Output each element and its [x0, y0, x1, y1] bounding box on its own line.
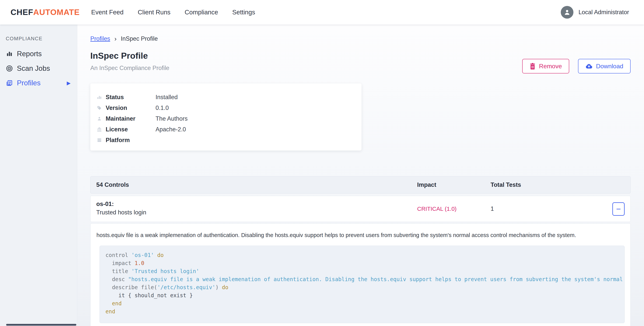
control-expanded-detail: hosts.equiv file is a weak implemenation…	[90, 224, 630, 326]
breadcrumb-separator-icon: ›	[114, 35, 116, 42]
detail-label: Version	[106, 104, 156, 112]
control-id: os-01:	[96, 200, 114, 208]
sidebar-item-reports[interactable]: Reports	[0, 46, 77, 61]
controls-table-header: 54 Controls Impact Total Tests	[90, 176, 630, 194]
controls-count-header: 54 Controls	[96, 182, 129, 188]
detail-label: Platform	[106, 137, 156, 144]
detail-label: Status	[106, 94, 156, 101]
compliance-sidebar: COMPLIANCE Reports Scan Jobs Profiles ▶	[0, 24, 77, 326]
user-avatar-icon	[561, 6, 574, 18]
detail-value: Installed	[156, 94, 178, 101]
download-button[interactable]: Download	[578, 59, 630, 74]
person-icon	[96, 116, 102, 121]
sidebar-item-label: Reports	[17, 50, 42, 58]
sidebar-item-profiles[interactable]: Profiles ▶	[0, 76, 77, 90]
code-line: end	[106, 300, 624, 308]
total-tests-column-header: Total Tests	[490, 182, 521, 188]
logo-automate-text: AUTOMATE	[33, 8, 80, 17]
sidebar-scrollbar-thumb[interactable]	[6, 324, 76, 326]
submenu-arrow-icon[interactable]: ▶	[67, 80, 70, 86]
top-navigation-bar: CHEFAUTOMATE Event Feed Client Runs Comp…	[0, 0, 644, 24]
control-impact-badge: CRITICAL (1.0)	[417, 206, 457, 212]
breadcrumb-current: InSpec Profile	[121, 35, 158, 42]
detail-label: Maintainer	[106, 115, 156, 122]
user-name: Local Administrator	[578, 9, 629, 16]
trash-icon	[530, 63, 536, 70]
code-line: control 'os-01' do	[106, 251, 624, 259]
download-button-label: Download	[596, 63, 623, 70]
code-line: describe file('/etc/hosts.equiv') do	[106, 284, 624, 292]
code-line: impact 1.0	[106, 259, 624, 267]
minus-icon: −	[616, 204, 621, 214]
control-source-code[interactable]: control 'os-01' do impact 1.0 title 'Tru…	[100, 246, 625, 323]
remove-button-label: Remove	[539, 63, 562, 70]
user-menu[interactable]: Local Administrator	[561, 6, 629, 18]
sidebar-item-label: Scan Jobs	[17, 64, 50, 72]
control-description: hosts.equiv file is a weak implemenation…	[96, 232, 630, 238]
nav-settings[interactable]: Settings	[232, 6, 256, 18]
sidebar-item-scan-jobs[interactable]: Scan Jobs	[0, 61, 77, 76]
cloud-download-icon	[585, 63, 592, 69]
control-total-tests: 1	[490, 206, 494, 212]
control-title: Trusted hosts login	[96, 209, 146, 216]
documents-icon	[6, 80, 13, 87]
detail-row-status: Status Installed	[96, 92, 362, 102]
detail-row-license: License Apache-2.0	[96, 124, 362, 135]
detail-row-version: Version 0.1.0	[96, 102, 362, 113]
breadcrumb: Profiles › InSpec Profile	[90, 35, 630, 42]
sidebar-section-label: COMPLIANCE	[6, 36, 77, 42]
code-line: end	[106, 308, 624, 316]
sidebar-item-label: Profiles	[17, 79, 40, 87]
detail-value: Apache-2.0	[156, 126, 186, 133]
status-bars-icon	[96, 95, 102, 100]
nav-client-runs[interactable]: Client Runs	[137, 6, 171, 18]
detail-row-maintainer: Maintainer The Authors	[96, 113, 362, 124]
nav-compliance[interactable]: Compliance	[184, 6, 218, 18]
code-line: it { should_not exist }	[106, 292, 624, 300]
tag-icon	[96, 106, 102, 110]
chef-automate-logo[interactable]: CHEFAUTOMATE	[10, 8, 80, 17]
bank-icon	[96, 127, 102, 132]
breadcrumb-profiles-link[interactable]: Profiles	[90, 35, 110, 42]
detail-value: The Authors	[156, 115, 188, 122]
main-content: Profiles › InSpec Profile InSpec Profile…	[77, 24, 644, 326]
detail-row-platform: Platform	[96, 135, 362, 146]
code-line: title 'Trusted hosts login'	[106, 267, 624, 275]
control-row-os-01[interactable]: os-01: Trusted hosts login CRITICAL (1.0…	[90, 196, 630, 222]
nav-event-feed[interactable]: Event Feed	[91, 6, 124, 18]
detail-label: License	[106, 126, 156, 133]
bar-chart-icon	[6, 50, 13, 58]
detail-value: 0.1.0	[156, 104, 169, 112]
collapse-row-button[interactable]: −	[612, 202, 625, 216]
impact-column-header: Impact	[417, 182, 436, 188]
remove-button[interactable]: Remove	[522, 59, 569, 74]
top-nav-links: Event Feed Client Runs Compliance Settin…	[91, 6, 256, 18]
profile-detail-card: Status Installed Version 0.1.0 Maintaine…	[90, 84, 362, 150]
server-list-icon	[96, 138, 102, 143]
logo-chef-text: CHEF	[10, 8, 33, 17]
controls-section: 54 Controls Impact Total Tests os-01: Tr…	[90, 176, 630, 326]
radar-icon	[6, 65, 13, 72]
code-line: desc "hosts.equiv file is a weak impleme…	[106, 275, 624, 284]
